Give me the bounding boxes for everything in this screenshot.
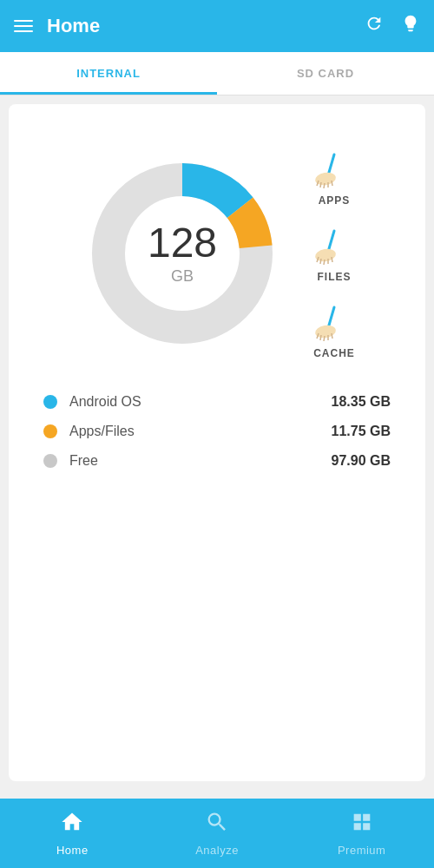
action-icons: APPS FILES — [312, 148, 356, 359]
svg-line-23 — [332, 333, 332, 339]
apps-label: APPS — [319, 194, 351, 207]
files-button[interactable]: FILES — [312, 224, 356, 283]
apps-files-value: 11.75 GB — [332, 424, 391, 439]
cache-broom-icon — [312, 300, 356, 344]
svg-line-3 — [328, 155, 334, 175]
nav-analyze-label: Analyze — [195, 844, 239, 857]
nav-analyze[interactable]: Analyze — [145, 810, 290, 857]
legend-apps-files: Apps/Files 11.75 GB — [43, 424, 391, 439]
analyze-icon — [205, 810, 229, 840]
nav-home-label: Home — [56, 844, 89, 857]
free-value: 97.90 GB — [332, 453, 391, 469]
svg-line-14 — [324, 260, 325, 265]
page-title: Home — [47, 15, 365, 37]
menu-button[interactable] — [14, 20, 33, 32]
apps-files-dot — [43, 424, 57, 438]
apps-broom-icon — [312, 148, 356, 191]
svg-line-20 — [320, 335, 321, 340]
tab-bar: INTERNAL SD CARD — [0, 52, 434, 95]
nav-home[interactable]: Home — [0, 810, 145, 857]
apps-files-text: Apps/Files — [69, 424, 332, 439]
android-os-dot — [43, 395, 57, 409]
nav-premium[interactable]: Premium — [289, 810, 434, 857]
apps-button[interactable]: APPS — [312, 148, 356, 207]
storage-value: 128 — [148, 222, 217, 264]
cache-button[interactable]: CACHE — [312, 300, 356, 359]
tab-internal[interactable]: INTERNAL — [0, 52, 217, 95]
tips-button[interactable] — [401, 14, 420, 38]
svg-line-17 — [328, 307, 334, 328]
main-content: 128 GB APPS — [9, 104, 425, 781]
svg-line-16 — [332, 257, 332, 262]
svg-line-13 — [320, 259, 321, 264]
svg-line-10 — [328, 231, 334, 252]
files-label: FILES — [317, 271, 351, 283]
storage-legend: Android OS 18.35 GB Apps/Files 11.75 GB … — [17, 394, 417, 469]
refresh-button[interactable] — [365, 14, 384, 38]
bottom-navigation: Home Analyze Premium — [0, 799, 434, 868]
premium-icon — [350, 810, 374, 840]
android-os-text: Android OS — [69, 394, 332, 410]
svg-line-21 — [324, 336, 325, 341]
app-header: Home — [0, 0, 434, 52]
svg-line-6 — [320, 182, 321, 187]
cache-label: CACHE — [313, 347, 355, 359]
free-text: Free — [69, 453, 332, 469]
tab-sdcard[interactable]: SD CARD — [217, 52, 434, 95]
svg-line-7 — [324, 183, 325, 188]
free-dot — [43, 454, 57, 468]
legend-free: Free 97.90 GB — [43, 453, 391, 469]
files-broom-icon — [312, 224, 356, 267]
donut-center-text: 128 GB — [148, 222, 217, 286]
donut-chart: 128 GB — [78, 149, 286, 358]
storage-unit: GB — [148, 267, 217, 286]
legend-android-os: Android OS 18.35 GB — [43, 394, 391, 410]
header-actions — [365, 14, 420, 38]
svg-line-9 — [332, 181, 332, 186]
chart-area: 128 GB APPS — [17, 148, 417, 359]
android-os-value: 18.35 GB — [332, 394, 391, 410]
nav-premium-label: Premium — [338, 844, 386, 857]
home-icon — [60, 810, 84, 840]
